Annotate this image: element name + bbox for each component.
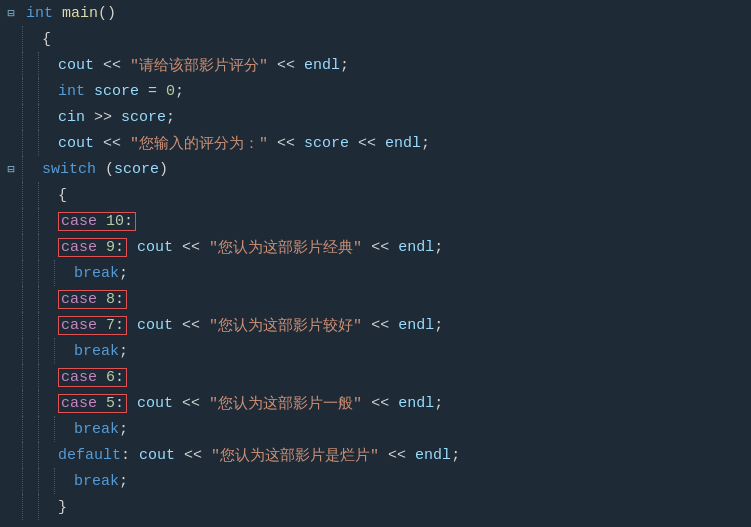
collapse-icon[interactable]: ⊟ [0,6,22,21]
token: << [268,135,304,152]
indent-bar [22,182,38,208]
token [128,239,137,256]
indent-bar [22,26,38,52]
code-line: break; [0,468,751,494]
case-highlight-box: case 7: [58,316,127,335]
code-line: ⊟int main() [0,0,751,26]
code-content: cout << "您输入的评分为：" << score << endl; [54,130,430,156]
token: int [26,5,53,22]
code-content: cout << "请给该部影片评分" << endl; [54,52,349,78]
collapse-icon[interactable]: ⊟ [0,162,22,177]
token: main [62,5,98,22]
token: int [58,83,85,100]
token [128,395,137,412]
token: ; [434,395,443,412]
case-highlight-box: case 6: [58,368,127,387]
indent-bar [38,442,54,468]
indent-bar [38,52,54,78]
indent-bar [22,494,38,520]
token: ; [166,109,175,126]
indent-bar [22,338,38,364]
indent-bar [22,104,38,130]
indent-bar [38,312,54,338]
indent-bar [22,260,38,286]
token: cout [137,239,173,256]
token: ; [451,447,460,464]
case-highlight-box: case 8: [58,290,127,309]
token [53,5,62,22]
code-line: case 8: [0,286,751,312]
token: endl [398,239,434,256]
code-editor: ⊟int main(){cout << "请给该部影片评分" << endl;i… [0,0,751,527]
indent-bar [22,78,38,104]
token: 0 [166,83,175,100]
token: "请给该部影片评分" [130,56,268,75]
token: ; [421,135,430,152]
token [130,447,139,464]
code-content: { [54,182,67,208]
indent-bar [38,78,54,104]
code-line: case 7: cout << "您认为这部影片较好" << endl; [0,312,751,338]
token: ( [96,161,114,178]
token: score [121,109,166,126]
token: "您输入的评分为：" [130,134,268,153]
code-line: } [0,494,751,520]
code-content: break; [70,338,128,364]
indent-bar [22,130,38,156]
token [128,317,137,334]
indent-bar [54,260,70,286]
token: "您认为这部影片一般" [209,394,362,413]
indent-bar [22,286,38,312]
indent-bar [38,286,54,312]
token: endl [304,57,340,74]
indent-bar [38,338,54,364]
token: score [114,161,159,178]
token [85,83,94,100]
token: << [362,395,398,412]
code-line: case 9: cout << "您认为这部影片经典" << endl; [0,234,751,260]
token: ; [119,343,128,360]
code-line: cout << "您输入的评分为：" << score << endl; [0,130,751,156]
token: break [74,421,119,438]
token: cout [139,447,175,464]
code-line: cout << "请给该部影片评分" << endl; [0,52,751,78]
code-line: break; [0,338,751,364]
token: "您认为这部影片是烂片" [211,446,379,465]
token: endl [415,447,451,464]
indent-bar [38,260,54,286]
token: "您认为这部影片较好" [209,316,362,335]
indent-bar [22,312,38,338]
code-line: case 6: [0,364,751,390]
token: cin [58,109,85,126]
token: : [121,447,130,464]
indent-bar [38,182,54,208]
token: score [304,135,349,152]
code-content: break; [70,260,128,286]
token: << [173,239,209,256]
code-content: int score = 0; [54,78,184,104]
code-content: case 8: [54,286,128,312]
token: ; [340,57,349,74]
token: switch [42,161,96,178]
indent-bar [38,130,54,156]
token: << [268,57,304,74]
code-line: ⊟switch (score) [0,156,751,182]
code-content: case 9: cout << "您认为这部影片经典" << endl; [54,234,443,260]
indent-bar [54,416,70,442]
token: << [349,135,385,152]
token: ; [119,265,128,282]
token: << [94,57,130,74]
token: = [139,83,166,100]
indent-bar [54,338,70,364]
token: } [58,499,67,516]
token: endl [398,395,434,412]
indent-bar [38,234,54,260]
token: ; [434,239,443,256]
token: cout [58,135,94,152]
token: >> [85,109,121,126]
code-content: case 6: [54,364,128,390]
indent-bar [38,390,54,416]
indent-bar [38,104,54,130]
code-content: break; [70,468,128,494]
token: default [58,447,121,464]
